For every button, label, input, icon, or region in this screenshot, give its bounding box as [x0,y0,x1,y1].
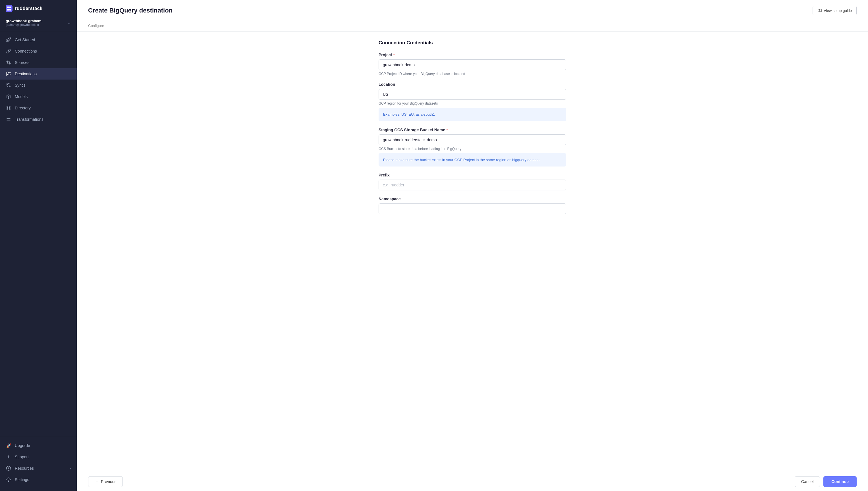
flag-icon [6,71,11,77]
required-star-project: * [393,53,395,57]
sidebar-item-models[interactable]: Models [0,91,77,102]
previous-label: Previous [101,479,116,484]
sidebar-item-support[interactable]: Support [0,451,77,463]
prefix-label: Prefix [379,173,566,177]
staging-bucket-info-box: Please make sure the bucket exists in yo… [379,153,566,167]
sidebar-item-sources[interactable]: Sources [0,57,77,68]
chevron-down-icon: ⌄ [68,21,71,25]
cancel-label: Cancel [801,479,814,484]
sidebar-item-syncs[interactable]: Syncs [0,80,77,91]
location-field-group: Location GCP region for your BigQuery da… [379,82,566,121]
page-title: Create BigQuery destination [88,7,173,14]
cube-icon [6,94,11,99]
previous-button[interactable]: ← Previous [88,476,123,487]
sidebar-item-label-destinations: Destinations [15,71,37,76]
namespace-label: Namespace [379,197,566,201]
sidebar-item-upgrade[interactable]: 🚀 Upgrade [0,440,77,451]
rocket-icon [6,37,11,42]
sidebar-item-label-settings: Settings [15,478,29,482]
chevron-right-icon: › [70,466,71,470]
section-title: Connection Credentials [379,40,566,46]
project-input[interactable] [379,59,566,70]
sidebar-item-resources[interactable]: Resources › [0,463,77,474]
staging-bucket-label: Staging GCS Storage Bucket Name * [379,127,566,132]
project-field-group: Project * GCP Project ID where your BigQ… [379,53,566,76]
brand-name: rudderstack [15,6,42,11]
location-info-box: Examples: US, EU, asia-south1 [379,108,566,121]
sync-icon [6,82,11,88]
form-container: Connection Credentials Project * GCP Pro… [367,32,578,232]
location-input[interactable] [379,89,566,100]
upgrade-icon: 🚀 [6,443,11,449]
account-email: graham@growthbook.io [6,23,41,26]
source-icon [6,60,11,65]
sidebar-item-label-directory: Directory [15,106,31,110]
continue-label: Continue [831,479,849,484]
required-star-bucket: * [446,127,447,132]
view-setup-guide-button[interactable]: View setup guide [813,6,857,16]
account-info: growthbook-graham graham@growthbook.io [6,19,41,26]
cancel-button[interactable]: Cancel [795,476,820,487]
footer-right-buttons: Cancel Continue [795,476,857,487]
footer-bar: ← Previous Cancel Continue [77,472,868,491]
resources-icon [6,465,11,471]
support-icon [6,454,11,460]
sidebar-item-get-started[interactable]: Get Started [0,34,77,46]
sidebar-item-destinations[interactable]: Destinations [0,68,77,80]
sidebar-item-label-upgrade: Upgrade [15,443,30,448]
svg-rect-1 [9,6,11,8]
sidebar-item-label-support: Support [15,455,29,459]
sidebar-nav: Get Started Connections Sources [0,31,77,437]
view-guide-label: View setup guide [824,8,852,13]
transform-icon [6,116,11,122]
brand-logo: rudderstack [0,0,77,16]
staging-bucket-input[interactable] [379,135,566,145]
continue-button[interactable]: Continue [823,476,857,487]
svg-rect-3 [9,9,11,10]
sidebar-item-label-transformations: Transformations [15,117,44,122]
prefix-input[interactable] [379,180,566,191]
sidebar-item-settings[interactable]: Settings [0,474,77,485]
sidebar-item-label-syncs: Syncs [15,83,26,88]
book-icon [817,8,822,13]
content-area: Configure Connection Credentials Project… [77,20,868,491]
prefix-field-group: Prefix [379,173,566,191]
step-indicator: Configure [77,20,868,32]
step-text: Configure [88,24,104,28]
svg-rect-0 [7,6,9,8]
location-hint: GCP region for your BigQuery datasets [379,102,566,106]
sidebar-item-label-models: Models [15,94,28,99]
namespace-input[interactable] [379,203,566,214]
sidebar-item-label-connections: Connections [15,49,37,53]
logo-icon [6,5,12,12]
sidebar-item-label-sources: Sources [15,60,29,65]
grid-icon [6,105,11,111]
sidebar-item-transformations[interactable]: Transformations [0,114,77,125]
staging-bucket-hint: GCS Bucket to store data before loading … [379,147,566,151]
link-icon [6,48,11,54]
project-hint: GCP Project ID where your BigQuery datab… [379,72,566,76]
arrow-left-icon: ← [95,479,98,484]
account-switcher[interactable]: growthbook-graham graham@growthbook.io ⌄ [0,16,77,31]
sidebar-item-label-resources: Resources [15,466,34,470]
main-header: Create BigQuery destination View setup g… [77,0,868,20]
namespace-field-group: Namespace [379,197,566,214]
staging-bucket-field-group: Staging GCS Storage Bucket Name * GCS Bu… [379,127,566,167]
main-content: Create BigQuery destination View setup g… [77,0,868,491]
sidebar-item-connections[interactable]: Connections [0,46,77,57]
svg-rect-2 [7,9,9,10]
sidebar-item-directory[interactable]: Directory [0,102,77,114]
location-label: Location [379,82,566,87]
sidebar: rudderstack growthbook-graham graham@gro… [0,0,77,491]
gear-icon [6,477,11,483]
project-label: Project * [379,53,566,57]
sidebar-item-label-get-started: Get Started [15,37,35,42]
account-name: growthbook-graham [6,19,41,23]
sidebar-bottom: 🚀 Upgrade Support Resources › [0,437,77,491]
